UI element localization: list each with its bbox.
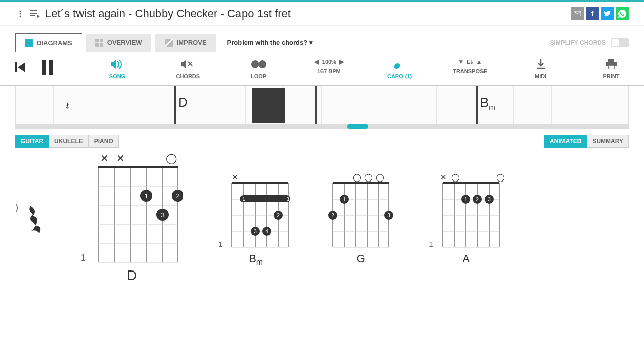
svg-rect-43 xyxy=(240,195,290,202)
transpose-up-icon[interactable]: ▲ xyxy=(476,58,482,65)
song-label: SONG xyxy=(109,73,125,79)
svg-rect-75 xyxy=(443,182,499,184)
skip-back-button[interactable] xyxy=(15,61,26,77)
svg-rect-9 xyxy=(608,65,614,69)
svg-text:✕: ✕ xyxy=(440,173,447,182)
share-whatsapp-button[interactable] xyxy=(616,7,629,20)
bpm-label: 167 BPM xyxy=(317,68,341,74)
pause-button[interactable] xyxy=(41,60,54,78)
overview-icon xyxy=(95,39,103,47)
print-button[interactable]: PRINT xyxy=(594,58,629,79)
transpose-down-icon[interactable]: ▼ xyxy=(458,58,464,65)
view-animated-button[interactable]: ANIMATED xyxy=(544,135,587,148)
chord-diagram-a: 1 ✕◯◯ 1 2 3 A xyxy=(429,173,503,265)
paren-mark: ) xyxy=(15,202,18,213)
svg-text:1: 1 xyxy=(243,196,246,202)
svg-rect-32 xyxy=(232,182,288,184)
fret-number: 1 xyxy=(429,240,433,248)
svg-text:2: 2 xyxy=(476,197,479,202)
more-vertical-icon[interactable] xyxy=(15,9,25,19)
share-email-button[interactable] xyxy=(571,7,584,20)
midi-button[interactable]: MIDI xyxy=(523,58,558,79)
loop-icon xyxy=(251,58,266,70)
download-icon xyxy=(536,58,546,70)
chords-label: CHORDS xyxy=(176,73,200,79)
tab-improve[interactable]: IMPROVE xyxy=(155,34,216,52)
scrub-thumb[interactable] xyxy=(347,124,368,129)
guitar-icon xyxy=(394,58,405,70)
chord-track[interactable]: 𝄽 D Bm xyxy=(15,86,629,124)
svg-rect-13 xyxy=(98,166,178,168)
instrument-ukulele-button[interactable]: UKULELE xyxy=(49,135,89,148)
barline xyxy=(315,86,317,124)
loop-button[interactable]: LOOP xyxy=(241,58,276,79)
tab-overview-label: OVERVIEW xyxy=(107,39,142,46)
barline xyxy=(476,86,478,124)
chord-name-a: A xyxy=(462,252,470,265)
fret-number: 1 xyxy=(218,240,222,248)
svg-text:✕: ✕ xyxy=(100,153,109,164)
svg-text:3: 3 xyxy=(488,197,491,202)
transpose-value: E♭ xyxy=(467,59,473,65)
chord-diagram-g: ◯◯◯ 1 2 3 G xyxy=(328,173,393,265)
capo-label: CAPO (1) xyxy=(387,73,412,79)
problem-chords-link[interactable]: Problem with the chords? ▾ xyxy=(227,39,313,46)
transpose-control[interactable]: ▼ E♭ ▲ TRANSPOSE xyxy=(452,58,488,79)
svg-rect-4 xyxy=(15,62,17,72)
svg-rect-5 xyxy=(42,60,46,75)
tab-diagrams[interactable]: DIAGRAMS xyxy=(15,33,82,52)
svg-text:3: 3 xyxy=(254,229,257,234)
svg-text:✕: ✕ xyxy=(232,173,238,182)
share-twitter-button[interactable] xyxy=(601,7,614,20)
svg-text:1: 1 xyxy=(144,192,148,200)
instrument-piano-button[interactable]: PIANO xyxy=(89,135,119,148)
view-summary-button[interactable]: SUMMARY xyxy=(587,135,629,148)
playlist-icon[interactable] xyxy=(30,9,40,19)
svg-text:3: 3 xyxy=(388,213,391,218)
speaker-on-icon xyxy=(111,58,124,70)
playhead xyxy=(252,88,285,123)
improve-icon xyxy=(165,39,173,47)
svg-text:4: 4 xyxy=(266,229,269,234)
speed-down-icon[interactable]: ◀ xyxy=(314,58,319,65)
tab-diagrams-label: DIAGRAMS xyxy=(37,39,72,47)
track-chord-d: D xyxy=(178,95,188,110)
scrub-bar[interactable] xyxy=(15,124,629,129)
speed-up-icon[interactable]: ▶ xyxy=(339,58,344,65)
svg-text:◯: ◯ xyxy=(353,173,361,182)
chords-mute-button[interactable]: CHORDS xyxy=(170,58,205,79)
svg-point-2 xyxy=(20,16,21,17)
barline xyxy=(174,86,176,124)
svg-text:◯: ◯ xyxy=(364,173,373,182)
chord-name-bm: Bm xyxy=(249,252,263,267)
speed-value: 100% xyxy=(322,59,336,65)
track-chord-bm: Bm xyxy=(480,95,495,111)
print-label: PRINT xyxy=(603,73,619,79)
tab-overview[interactable]: OVERVIEW xyxy=(86,34,151,52)
fret-number: 1 xyxy=(80,253,86,263)
capo-button[interactable]: CAPO (1) xyxy=(382,58,417,79)
svg-text:1: 1 xyxy=(287,196,290,202)
svg-rect-7 xyxy=(608,59,614,62)
midi-label: MIDI xyxy=(535,73,546,79)
chord-name-d: D xyxy=(127,267,137,284)
diagrams-icon xyxy=(25,39,33,47)
share-facebook-button[interactable]: f xyxy=(586,7,599,20)
svg-text:◯: ◯ xyxy=(496,173,504,182)
speed-control[interactable]: ◀ 100% ▶ 167 BPM xyxy=(311,58,347,79)
svg-text:◯: ◯ xyxy=(166,153,177,164)
chord-name-g: G xyxy=(357,252,365,265)
song-volume-button[interactable]: SONG xyxy=(100,58,135,79)
svg-text:2: 2 xyxy=(332,213,335,218)
song-title: Let´s twist again - Chubby Checker - Cap… xyxy=(45,7,291,20)
svg-text:◯: ◯ xyxy=(451,173,460,182)
instrument-guitar-button[interactable]: GUITAR xyxy=(15,135,49,148)
simplify-toggle[interactable] xyxy=(611,38,629,47)
chord-diagram-d: 1 ✕✕◯ 1 2 3 D xyxy=(80,153,183,284)
svg-text:◯: ◯ xyxy=(376,173,384,182)
svg-point-1 xyxy=(20,13,21,15)
svg-text:3: 3 xyxy=(160,211,164,219)
svg-text:1: 1 xyxy=(464,197,467,202)
svg-rect-6 xyxy=(49,60,53,75)
transpose-label: TRANSPOSE xyxy=(453,68,487,74)
